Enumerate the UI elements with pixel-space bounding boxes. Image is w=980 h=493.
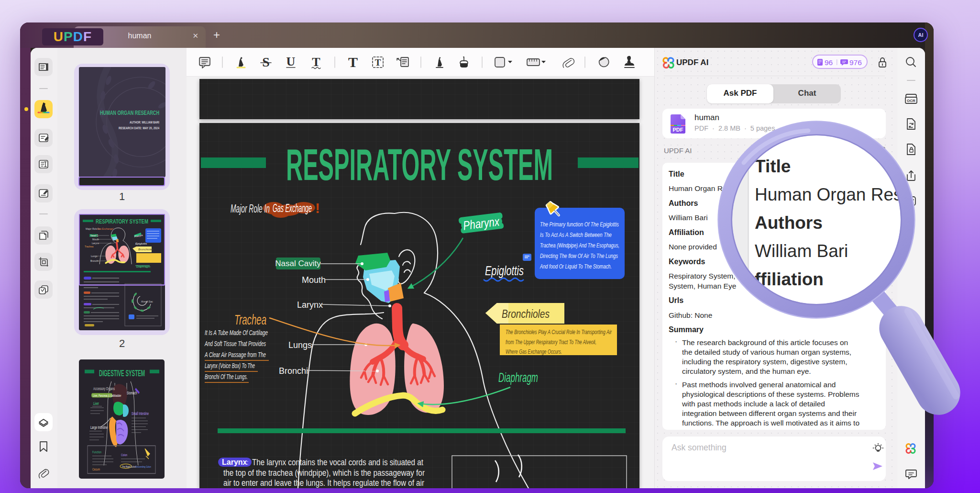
svg-text:RESPIRATORY SYSTEM: RESPIRATORY SYSTEM	[286, 140, 553, 189]
svg-text:Accessory Organs: Accessory Organs	[93, 387, 115, 391]
svg-text:Nasal C.: Nasal C.	[90, 235, 99, 237]
svg-text:Bronchioles: Bronchioles	[502, 307, 550, 320]
svg-text:Title: Title	[755, 157, 791, 176]
svg-text:Mouth: Mouth	[92, 238, 99, 241]
svg-text:Colon: Colon	[121, 453, 127, 457]
svg-text:ffiliation: ffiliation	[755, 269, 824, 289]
svg-text:Trachea: Trachea	[85, 245, 93, 248]
svg-text:DIGESTIVE SYSTEM: DIGESTIVE SYSTEM	[99, 368, 145, 378]
svg-text:Small Intestine: Small Intestine	[132, 412, 149, 416]
svg-text:Larynx: Larynx	[222, 458, 247, 466]
svg-text:Cecum: Cecum	[92, 467, 100, 471]
svg-text:T: T	[375, 57, 381, 67]
svg-text:Stomach: Stomach	[127, 391, 137, 395]
svg-text:air to enter and leave the lun: air to enter and leave the lungs. It hel…	[223, 478, 424, 488]
svg-text:Nasal Cavity: Nasal Cavity	[275, 259, 321, 268]
svg-text:RESEARCH DATE: MAY 20, 2024: RESEARCH DATE: MAY 20, 2024	[119, 126, 159, 130]
svg-text:the top of the trachea (windpi: the top of the trachea (windpipe), which…	[223, 468, 425, 478]
svg-text:96: 96	[825, 58, 833, 66]
svg-text:Larynx (Voice Box) To The: Larynx (Voice Box) To The	[205, 362, 255, 370]
svg-text:And Soft Tissue That Provides: And Soft Tissue That Provides	[204, 340, 266, 347]
svg-text:!: !	[315, 200, 320, 216]
svg-text:Liver: Liver	[93, 402, 99, 406]
svg-text:Authors: Authors	[755, 213, 823, 233]
svg-text:S: S	[262, 55, 270, 69]
svg-text:Lungs: Lungs	[288, 340, 312, 350]
svg-text:The Right Colon: The Right Colon	[122, 465, 136, 468]
svg-text:The Bronchioles Play A Crucial: The Bronchioles Play A Crucial Role In T…	[506, 329, 612, 336]
svg-text:HUMAN ORGAN RESEARCH: HUMAN ORGAN RESEARCH	[100, 109, 159, 116]
svg-text:Epiglottis: Epiglottis	[485, 263, 524, 278]
svg-text:It Is A Tube Made Of Cartilage: It Is A Tube Made Of Cartilage	[205, 329, 268, 336]
svg-text:976: 976	[849, 58, 862, 66]
svg-text:Trachea (Windpipe) And The Eso: Trachea (Windpipe) And The Esophagus,	[540, 242, 619, 249]
svg-text:Lungs: Lungs	[91, 255, 98, 258]
svg-text:Large Intestine: Large Intestine	[90, 426, 108, 430]
svg-text:Major Role In: Major Role In	[231, 202, 270, 215]
svg-text:Where Gas Exchange Occurs.: Where Gas Exchange Occurs.	[506, 348, 562, 355]
svg-text:Mouth: Mouth	[302, 275, 326, 285]
svg-text:Bronchi Of The Lungs.: Bronchi Of The Lungs.	[205, 373, 248, 381]
svg-text:Liver, Pancreas & Gallbladder: Liver, Pancreas & Gallbladder	[93, 394, 121, 397]
svg-text:And food Or Liquid To The Stom: And food Or Liquid To The Stomach.	[540, 263, 612, 270]
svg-text:Larynx: Larynx	[297, 300, 323, 310]
svg-text:T: T	[312, 55, 320, 69]
svg-text:U: U	[286, 55, 296, 68]
svg-text:The larynx contains the vocal: The larynx contains the vocal cords and …	[252, 457, 423, 467]
svg-text:A Clear Air Passage from The: A Clear Air Passage from The	[204, 351, 266, 359]
svg-text:Directing The flow Of Air To T: Directing The flow Of Air To The Lungs	[540, 253, 618, 259]
svg-text:William Bari: William Bari	[755, 241, 848, 261]
svg-text:Epiglottis: Epiglottis	[135, 242, 147, 245]
svg-text:from The Upper Respiratory Tra: from The Upper Respiratory Tract To The …	[506, 339, 596, 346]
svg-text:Bronchi: Bronchi	[279, 366, 308, 376]
svg-text::: :	[246, 458, 249, 466]
svg-text:Pharynx: Pharynx	[134, 234, 143, 238]
svg-text:Bronchioles: Bronchioles	[138, 248, 153, 251]
svg-text:Gas Exchange!: Gas Exchange!	[97, 227, 113, 230]
svg-text:RESPIRATORY SYSTEM: RESPIRATORY SYSTEM	[96, 218, 148, 225]
svg-text:Diaphragm: Diaphragm	[498, 370, 538, 385]
svg-text:T: T	[348, 54, 358, 70]
svg-text:Trachea: Trachea	[234, 312, 266, 327]
svg-text:Diaphragm: Diaphragm	[136, 265, 150, 268]
svg-text:Descending Colon: Descending Colon	[135, 465, 151, 468]
svg-text:The Primary function Of The Ep: The Primary function Of The Epiglottis	[540, 221, 619, 228]
svg-text:Is To Act As A Switch Between: Is To Act As A Switch Between The	[540, 232, 612, 238]
svg-text:Alveoli Sac: Alveoli Sac	[141, 300, 153, 303]
svg-text:AUTHOR: WILLIAM BARI: AUTHOR: WILLIAM BARI	[130, 121, 159, 124]
svg-text:Gas Exchange: Gas Exchange	[273, 202, 312, 214]
svg-text:Function: Function	[92, 449, 101, 453]
